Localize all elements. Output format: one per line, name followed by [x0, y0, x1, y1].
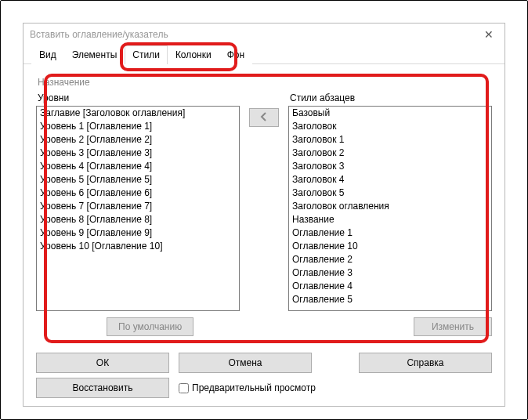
tab-view[interactable]: Вид	[31, 45, 64, 64]
list-item[interactable]: Уровень 10 [Оглавление 10]	[37, 240, 239, 253]
default-button[interactable]: По умолчанию	[107, 317, 193, 336]
list-item[interactable]: Оглавление 2	[289, 253, 491, 266]
list-item[interactable]: Оглавление 4	[289, 280, 491, 293]
list-item[interactable]: Уровень 3 [Оглавление 3]	[37, 147, 239, 160]
levels-header: Уровни	[36, 92, 240, 106]
list-item[interactable]: Уровень 2 [Оглавление 2]	[37, 133, 239, 147]
list-item[interactable]: Оглавление 10	[289, 240, 491, 253]
dialog-window: Вставить оглавление/указатель ✕ Вид Элем…	[23, 23, 505, 407]
levels-listbox[interactable]: Заглавие [Заголовок оглавления]Уровень 1…	[36, 106, 240, 311]
list-item[interactable]: Уровень 5 [Оглавление 5]	[37, 173, 239, 186]
help-button[interactable]: Справка	[359, 353, 492, 373]
content-area: Назначение Уровни Заглавие [Заголовок ог…	[24, 64, 504, 342]
tab-elements[interactable]: Элементы	[64, 45, 125, 64]
list-item[interactable]: Уровень 1 [Оглавление 1]	[37, 120, 239, 133]
list-item[interactable]: Заголовок 3	[289, 160, 491, 173]
list-item[interactable]: Заголовок	[289, 120, 491, 133]
restore-button[interactable]: Восстановить	[36, 378, 169, 398]
dialog-title: Вставить оглавление/указатель	[30, 29, 479, 40]
tab-strip: Вид Элементы Стили Колонки Фон	[24, 45, 504, 64]
list-item[interactable]: Название	[289, 213, 491, 226]
cancel-button[interactable]: Отмена	[179, 353, 312, 373]
list-item[interactable]: Базовый	[289, 107, 491, 120]
edit-button[interactable]: Изменить	[414, 317, 492, 336]
list-item[interactable]: Оглавление 3	[289, 266, 491, 280]
list-item[interactable]: Заголовок оглавления	[289, 200, 491, 213]
close-icon[interactable]: ✕	[479, 28, 498, 41]
list-item[interactable]: Уровень 8 [Оглавление 8]	[37, 213, 239, 226]
chevron-left-icon	[259, 112, 269, 124]
preview-checkbox-input[interactable]	[179, 383, 189, 393]
list-item[interactable]: Заглавие [Заголовок оглавления]	[37, 107, 239, 120]
list-item[interactable]: Уровень 4 [Оглавление 4]	[37, 160, 239, 173]
list-item[interactable]: Заголовок 1	[289, 133, 491, 147]
tab-styles[interactable]: Стили	[125, 45, 168, 64]
list-item[interactable]: Оглавление 1	[289, 226, 491, 240]
tab-background[interactable]: Фон	[219, 45, 252, 64]
para-styles-listbox[interactable]: БазовыйЗаголовокЗаголовок 1Заголовок 2За…	[288, 106, 492, 311]
section-assign-label: Назначение	[36, 74, 492, 89]
preview-checkbox[interactable]: Предварительный просмотр	[179, 382, 316, 393]
list-item[interactable]: Заголовок 2	[289, 147, 491, 160]
list-item[interactable]: Заголовок 5	[289, 186, 491, 200]
para-styles-header: Стили абзацев	[288, 92, 492, 106]
list-item[interactable]: Уровень 6 [Оглавление 6]	[37, 186, 239, 200]
list-item[interactable]: Уровень 7 [Оглавление 7]	[37, 200, 239, 213]
preview-checkbox-label: Предварительный просмотр	[192, 382, 316, 393]
list-item[interactable]: Заголовок 4	[289, 173, 491, 186]
titlebar: Вставить оглавление/указатель ✕	[24, 24, 504, 45]
tab-columns[interactable]: Колонки	[168, 45, 219, 64]
list-item[interactable]: Уровень 9 [Оглавление 9]	[37, 226, 239, 240]
ok-button[interactable]: ОК	[36, 353, 169, 373]
assign-left-button[interactable]	[249, 108, 279, 127]
list-item[interactable]: Оглавление 5	[289, 293, 491, 306]
